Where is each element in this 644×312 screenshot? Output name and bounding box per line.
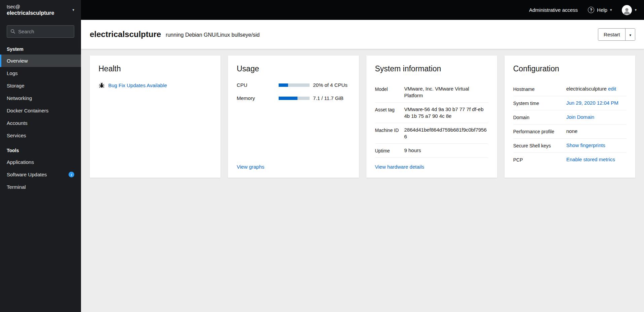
sidebar-item-label: Storage — [7, 83, 25, 89]
restart-dropdown-toggle[interactable]: ▾ — [625, 29, 635, 40]
sidebar-item-networking[interactable]: Networking — [0, 92, 81, 104]
card-title: Usage — [237, 64, 350, 73]
cpu-label: CPU — [237, 82, 279, 88]
system-information-card: System information Model VMware, Inc. VM… — [366, 56, 497, 178]
os-release-text: running Debian GNU/Linux bullseye/sid — [166, 31, 259, 38]
chevron-down-icon: ▾ — [629, 33, 631, 37]
row-value: 9 hours — [404, 147, 488, 154]
brand-user: tsec@ — [7, 4, 54, 10]
row-value: 2864d41bef864d759b681f9c0bf79566 — [404, 127, 488, 140]
nav-section-tools: Tools — [0, 142, 81, 156]
cpu-progress-fill — [279, 83, 288, 87]
sidebar-item-logs[interactable]: Logs — [0, 67, 81, 79]
main-area: Administrative access ? Help ▾ ▾ electri… — [81, 0, 644, 312]
row-label: Secure Shell keys — [513, 142, 566, 149]
topbar: Administrative access ? Help ▾ ▾ — [81, 0, 644, 20]
memory-progress-fill — [279, 97, 297, 100]
cpu-progress-bar — [279, 83, 310, 87]
admin-access-indicator[interactable]: Administrative access — [529, 7, 578, 13]
chevron-down-icon: ▾ — [72, 8, 74, 12]
session-menu[interactable]: ▾ — [622, 5, 637, 15]
memory-usage-value: 7.1 / 11.7 GiB — [313, 95, 344, 101]
help-label: Help — [597, 7, 607, 13]
config-row-system-time: System time Jun 29, 2020 12:04 PM — [513, 96, 627, 110]
card-title: System information — [375, 64, 488, 73]
usage-card: Usage CPU 20% of 4 CPUs Memory 7.1 / 11.… — [228, 56, 359, 178]
sysinfo-row-asset-tag: Asset tag VMware-56 4d 9a 30 b7 77 7f df… — [375, 103, 488, 123]
overview-content: Health Bug Fix Updates — [81, 49, 644, 312]
row-label: Hostname — [513, 85, 566, 93]
memory-label: Memory — [237, 95, 279, 101]
page-title: electricalsculpture — [90, 30, 161, 39]
row-value: VMware-56 4d 9a 30 b7 77 7f df-eb 4b 1b … — [404, 106, 488, 119]
help-icon: ? — [588, 7, 594, 13]
hostname-value: electricalsculpture — [566, 86, 607, 92]
page-header: electricalsculpture running Debian GNU/L… — [81, 20, 644, 49]
sysinfo-row-model: Model VMware, Inc. VMware Virtual Platfo… — [375, 82, 488, 103]
row-value: Jun 29, 2020 12:04 PM — [566, 100, 627, 106]
restart-button[interactable]: Restart — [598, 29, 625, 40]
updates-available-link[interactable]: Bug Fix Updates Available — [108, 82, 167, 88]
sidebar-item-applications[interactable]: Applications — [0, 156, 81, 168]
sidebar-item-docker-containers[interactable]: Docker Containers — [0, 104, 81, 117]
configuration-card: Configuration Hostname electricalsculptu… — [505, 56, 635, 178]
system-time-link[interactable]: Jun 29, 2020 12:04 PM — [566, 100, 618, 106]
row-label: Uptime — [375, 147, 404, 154]
info-badge-icon: i — [69, 172, 74, 177]
system-nav: Overview Logs Storage Networking Docker … — [0, 55, 81, 142]
sysinfo-row-machine-id: Machine ID 2864d41bef864d759b681f9c0bf79… — [375, 123, 488, 144]
system-info-table: Model VMware, Inc. VMware Virtual Platfo… — [375, 82, 488, 158]
sidebar-item-services[interactable]: Services — [0, 129, 81, 142]
enable-stored-metrics-link[interactable]: Enable stored metrics — [566, 157, 615, 162]
view-graphs-link[interactable]: View graphs — [237, 164, 350, 170]
memory-usage-row: Memory 7.1 / 11.7 GiB — [237, 95, 350, 101]
health-item: Bug Fix Updates Available — [98, 82, 212, 89]
memory-progress-bar — [279, 97, 310, 100]
row-value: VMware, Inc. VMware Virtual Platform — [404, 85, 488, 99]
health-card: Health Bug Fix Updates — [90, 56, 220, 178]
config-row-hostname: Hostname electricalsculpture edit — [513, 82, 627, 96]
sidebar-item-terminal[interactable]: Terminal — [0, 181, 81, 193]
show-fingerprints-link[interactable]: Show fingerprints — [566, 142, 605, 148]
restart-button-group: Restart ▾ — [598, 28, 635, 41]
host-switcher[interactable]: tsec@ electricalsculpture ▾ — [0, 0, 81, 20]
row-label: Model — [375, 85, 404, 93]
sidebar-item-label: Networking — [7, 95, 32, 101]
nav-section-system: System — [0, 40, 81, 55]
view-hardware-details-link[interactable]: View hardware details — [375, 158, 488, 170]
avatar — [622, 5, 632, 15]
bug-icon — [98, 82, 105, 89]
sidebar-item-label: Terminal — [7, 184, 26, 190]
sidebar-item-label: Applications — [7, 159, 34, 165]
row-value: none — [566, 128, 627, 135]
search-input[interactable] — [18, 29, 71, 34]
sidebar-item-software-updates[interactable]: Software Updates i — [0, 168, 81, 181]
edit-hostname-link[interactable]: edit — [608, 86, 616, 92]
join-domain-link[interactable]: Join Domain — [566, 114, 594, 120]
config-row-domain: Domain Join Domain — [513, 110, 627, 125]
tools-nav: Applications Software Updates i Terminal — [0, 156, 81, 193]
sidebar: tsec@ electricalsculpture ▾ System Overv… — [0, 0, 81, 312]
row-value: Show fingerprints — [566, 142, 627, 149]
sidebar-item-label: Services — [7, 133, 26, 138]
sidebar-item-label: Overview — [7, 58, 28, 64]
sidebar-item-label: Docker Containers — [7, 108, 48, 113]
config-row-performance-profile: Performance profile none — [513, 125, 627, 139]
row-value: electricalsculpture edit — [566, 85, 627, 92]
sidebar-item-label: Logs — [7, 70, 18, 76]
row-label: PCP — [513, 156, 566, 163]
help-menu[interactable]: ? Help ▾ — [588, 7, 612, 13]
row-label: Machine ID — [375, 127, 404, 134]
row-label: Asset tag — [375, 106, 404, 113]
sidebar-item-storage[interactable]: Storage — [0, 79, 81, 92]
configuration-table: Hostname electricalsculpture edit System… — [513, 82, 627, 167]
row-label: Performance profile — [513, 128, 566, 135]
host-switcher-text: tsec@ electricalsculpture — [7, 4, 54, 16]
config-row-pcp: PCP Enable stored metrics — [513, 153, 627, 167]
card-title: Configuration — [513, 64, 627, 73]
row-label: System time — [513, 100, 566, 107]
sidebar-item-overview[interactable]: Overview — [0, 55, 81, 67]
sidebar-item-accounts[interactable]: Accounts — [0, 117, 81, 129]
chevron-down-icon: ▾ — [635, 8, 637, 12]
config-row-ssh-keys: Secure Shell keys Show fingerprints — [513, 139, 627, 153]
